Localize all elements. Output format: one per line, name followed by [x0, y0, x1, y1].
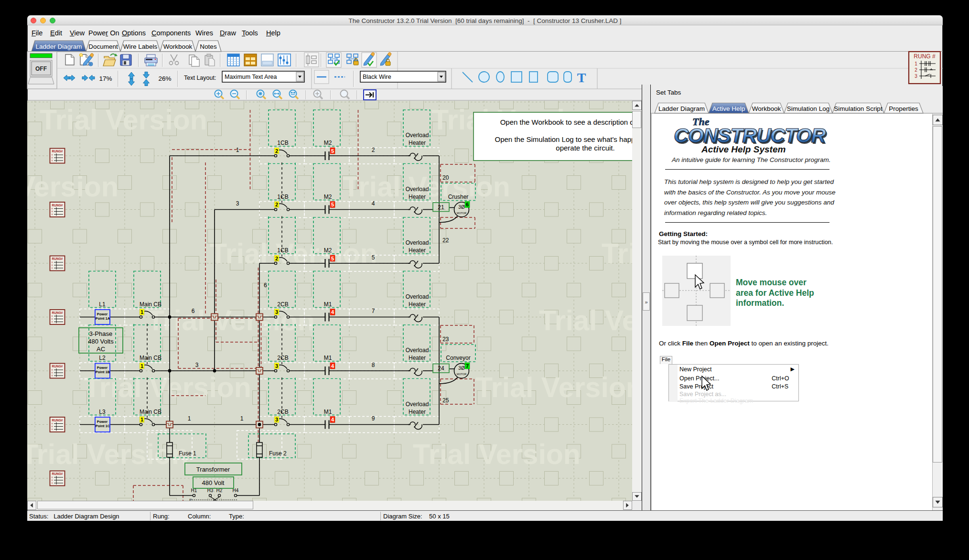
- svg-text:Main CB: Main CB: [140, 355, 162, 361]
- svg-text:4: 4: [331, 363, 334, 369]
- svg-text:1: 1: [236, 147, 239, 153]
- svg-text:Workbook: Workbook: [752, 105, 781, 112]
- svg-text:Heater: Heater: [409, 247, 426, 254]
- svg-text:1: 1: [188, 415, 191, 422]
- svg-text:L1: L1: [99, 301, 106, 308]
- svg-text:An intuitive guide for learnin: An intuitive guide for learning The Cons…: [671, 156, 830, 163]
- svg-text:Properties: Properties: [889, 105, 918, 112]
- svg-text:Active Help: Active Help: [712, 105, 745, 112]
- svg-text:RUNG#: RUNG#: [52, 257, 63, 260]
- svg-text:Power: Power: [97, 312, 108, 316]
- svg-text:Trial Version: Trial Version: [40, 104, 207, 136]
- svg-text:7: 7: [466, 363, 469, 369]
- svg-text:Overload: Overload: [406, 132, 429, 139]
- svg-text:25: 25: [442, 397, 449, 404]
- svg-text:1CB: 1CB: [277, 140, 288, 146]
- svg-text:1: 1: [140, 363, 143, 369]
- svg-text:M1: M1: [324, 301, 332, 308]
- svg-text:Point 1A: Point 1A: [96, 316, 110, 321]
- svg-text:1: 1: [140, 417, 143, 422]
- svg-text:480 Volt: 480 Volt: [202, 479, 225, 486]
- svg-text:4: 4: [372, 200, 375, 207]
- svg-text:1: 1: [140, 309, 143, 315]
- svg-text:RUNG#: RUNG#: [52, 150, 63, 153]
- svg-text:Conveyor: Conveyor: [446, 355, 470, 361]
- svg-text:Text Layout:: Text Layout:: [184, 75, 216, 81]
- svg-text:26%: 26%: [158, 75, 171, 82]
- svg-text:Main CB: Main CB: [140, 409, 162, 415]
- svg-text:Transformer: Transformer: [196, 466, 230, 473]
- svg-text:3Ø: 3Ø: [458, 205, 465, 210]
- svg-text:Trial Version: Trial Version: [539, 305, 632, 336]
- svg-text:Trial Version: Trial Version: [27, 171, 118, 203]
- svg-text:3: 3: [236, 200, 239, 207]
- svg-text:3: 3: [915, 74, 917, 79]
- svg-text:Point 1C: Point 1C: [96, 424, 110, 428]
- svg-text:AC: AC: [97, 345, 105, 353]
- svg-text:Power: Power: [97, 420, 108, 424]
- svg-text:Main CB: Main CB: [140, 301, 162, 308]
- svg-text:M2: M2: [324, 247, 332, 254]
- svg-text:2CB: 2CB: [277, 355, 288, 361]
- svg-text:Ladder Diagram: Ladder Diagram: [658, 105, 705, 112]
- svg-text:5: 5: [372, 254, 375, 261]
- svg-text:3: 3: [195, 362, 199, 368]
- svg-text:Trial Version: Trial Version: [602, 238, 632, 269]
- svg-text:4: 4: [331, 417, 334, 422]
- svg-text:Maximum Text Area: Maximum Text Area: [225, 74, 277, 80]
- svg-text:M2: M2: [324, 140, 332, 146]
- svg-text:Fuse 1: Fuse 1: [179, 450, 196, 457]
- svg-text:M1: M1: [324, 355, 332, 361]
- svg-text:Point 1B: Point 1B: [96, 370, 110, 374]
- svg-text:6: 6: [264, 282, 267, 289]
- svg-text:5: 5: [331, 256, 334, 261]
- svg-text:Heater: Heater: [409, 140, 426, 146]
- svg-text:RUNG#: RUNG#: [52, 311, 63, 314]
- svg-text:Overload: Overload: [406, 293, 429, 300]
- svg-text:1: 1: [240, 415, 244, 422]
- svg-text:3: 3: [275, 363, 278, 369]
- svg-text:20: 20: [442, 174, 449, 181]
- svg-text:Heater: Heater: [409, 194, 426, 200]
- svg-text:2: 2: [275, 148, 278, 154]
- svg-text:M2: M2: [324, 194, 332, 200]
- svg-text:CONSTRUCTOR: CONSTRUCTOR: [674, 124, 826, 147]
- svg-text:Overload: Overload: [406, 347, 429, 354]
- svg-text:2: 2: [372, 147, 375, 153]
- svg-text:operate the circuit.: operate the circuit.: [556, 144, 614, 152]
- svg-text:M1: M1: [324, 409, 332, 415]
- svg-text:Open the Simulation Log to see: Open the Simulation Log to see what's ha…: [495, 135, 632, 143]
- svg-text:2: 2: [275, 202, 278, 207]
- svg-text:Active Help System: Active Help System: [701, 144, 786, 154]
- svg-text:Black Wire: Black Wire: [363, 74, 391, 80]
- svg-text:23: 23: [442, 336, 449, 343]
- svg-text:Trial Version: Trial Version: [413, 439, 581, 470]
- svg-text:5: 5: [331, 202, 334, 207]
- svg-text:RUNG #: RUNG #: [914, 53, 936, 60]
- svg-text:Heater: Heater: [409, 355, 426, 361]
- svg-text:9: 9: [372, 415, 375, 422]
- svg-text:Overload: Overload: [406, 239, 429, 246]
- svg-text:L3: L3: [99, 409, 106, 415]
- svg-text:RUNG#: RUNG#: [52, 419, 63, 422]
- svg-text:RUNG#: RUNG#: [52, 204, 63, 207]
- svg-text:Trial Version: Trial Version: [27, 439, 189, 470]
- svg-text:5: 5: [331, 148, 334, 154]
- svg-text:Power: Power: [97, 366, 108, 370]
- svg-text:3: 3: [275, 417, 278, 422]
- svg-text:Set Tabs: Set Tabs: [656, 89, 681, 96]
- svg-text:4: 4: [331, 309, 334, 315]
- svg-text:RUNG#: RUNG#: [52, 472, 63, 475]
- svg-text:Simulation Script: Simulation Script: [834, 105, 883, 112]
- svg-text:1CB: 1CB: [277, 194, 288, 200]
- svg-text:3Ø: 3Ø: [458, 366, 465, 371]
- svg-text:3: 3: [275, 309, 278, 315]
- svg-text:8: 8: [372, 362, 375, 368]
- svg-text:MOTOR: MOTOR: [457, 373, 466, 376]
- svg-text:MOTOR: MOTOR: [457, 212, 466, 215]
- svg-text:Trial Version: Trial Version: [147, 305, 315, 336]
- svg-text:1CB: 1CB: [277, 247, 288, 254]
- svg-text:6: 6: [466, 202, 469, 207]
- svg-text:3-Phase: 3-Phase: [89, 330, 112, 337]
- svg-text:7: 7: [372, 308, 375, 314]
